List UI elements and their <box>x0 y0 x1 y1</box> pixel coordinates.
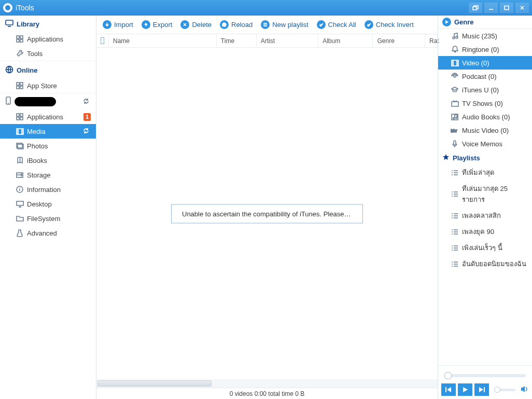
status-bar: 0 videos 0:00 total time 0 B <box>96 388 438 399</box>
main-panel: ImportExportDeleteReloadNew playlistChec… <box>96 16 438 399</box>
sidebar-item-photos[interactable]: Photos <box>0 139 96 153</box>
volume-slider[interactable] <box>494 389 515 391</box>
music-icon <box>451 32 459 40</box>
horizontal-scrollbar[interactable] <box>96 379 438 388</box>
playlist-icon <box>451 212 459 220</box>
svg-rect-19 <box>20 114 23 116</box>
svg-marker-110 <box>479 387 483 392</box>
playlist-item-label: เพิงเล่นเร็วๆ นี้ <box>462 242 502 253</box>
phone-icon <box>5 97 11 106</box>
window-maximize-button[interactable] <box>500 3 513 13</box>
column-rat[interactable]: Rat <box>425 34 438 47</box>
sync-icon[interactable] <box>82 98 91 106</box>
playlist-item-label: ทีเพิ่มล่าสุด <box>462 167 494 178</box>
bell-icon <box>451 45 459 53</box>
sidebar-item-label: Advanced <box>27 229 57 237</box>
svg-rect-2 <box>505 6 509 10</box>
app-logo-icon <box>3 3 12 12</box>
window-close-button[interactable] <box>515 3 529 13</box>
column-name[interactable]: Name <box>109 34 217 47</box>
sidebar-item-label: FileSystem <box>27 215 60 223</box>
genre-item-mic[interactable]: Voice Memos <box>438 137 532 150</box>
scrollbar-thumb[interactable] <box>97 380 212 387</box>
seek-slider[interactable] <box>444 374 526 377</box>
sidebar-device-row[interactable] <box>0 93 96 109</box>
sidebar-item-applications[interactable]: Applications1 <box>0 109 96 124</box>
sidebar-item-label: iBooks <box>27 157 47 164</box>
genre-item-audiobook[interactable]: Audio Books (0) <box>438 110 532 123</box>
sidebar-right: Genre Music (235)Ringtone (0)Video (0)Po… <box>438 16 532 399</box>
playlist-item-label: เพลงคลาสสิก <box>462 210 501 221</box>
genre-item-itunesu[interactable]: iTunes U (0) <box>438 83 532 97</box>
checkbox-icon[interactable] <box>101 37 104 44</box>
sidebar-item-information[interactable]: Information <box>0 182 96 197</box>
reload-button[interactable]: Reload <box>220 20 253 29</box>
volume-knob[interactable] <box>494 387 500 393</box>
genre-item-podcast[interactable]: Podcast (0) <box>438 70 532 83</box>
check-all-button[interactable]: Check All <box>317 20 356 29</box>
table-header: NameTimeArtistAlbumGenreRat <box>96 34 438 48</box>
check-invert-button[interactable]: Check Invert <box>365 20 414 29</box>
svg-marker-109 <box>463 387 468 392</box>
toolbar-label: Reload <box>231 21 253 29</box>
next-button[interactable] <box>474 383 489 396</box>
window-minimize-button[interactable] <box>484 3 498 13</box>
sidebar-item-tools[interactable]: Tools <box>0 46 96 61</box>
playlist-icon <box>451 244 459 252</box>
sidebar-item-ibooks[interactable]: iBooks <box>0 153 96 168</box>
prev-button[interactable] <box>441 383 456 396</box>
sidebar-item-media[interactable]: Media <box>0 124 96 139</box>
sidebar-item-advanced[interactable]: Advanced <box>0 226 96 240</box>
playlist-item[interactable]: เพลงคลาสสิก <box>438 208 532 224</box>
sidebar-item-desktop[interactable]: Desktop <box>0 197 96 211</box>
genre-item-tv[interactable]: TV Shows (0) <box>438 97 532 110</box>
window-restore-down-button[interactable] <box>469 3 482 13</box>
sidebar-item-label: Media <box>27 128 45 135</box>
svg-rect-21 <box>20 117 23 120</box>
itunesu-icon <box>451 86 459 94</box>
svg-point-103 <box>452 266 453 267</box>
genre-item-label: Video (0) <box>462 59 489 67</box>
seek-knob[interactable] <box>444 372 452 379</box>
svg-point-38 <box>19 187 20 188</box>
genre-item-bell[interactable]: Ringtone (0) <box>438 43 532 56</box>
sidebar-section-online[interactable]: Online <box>0 61 96 78</box>
column-artist[interactable]: Artist <box>257 34 319 47</box>
globe-icon <box>5 65 13 75</box>
sidebar-left: Library ApplicationsTools Online App Sto… <box>0 16 96 399</box>
volume-icon[interactable] <box>521 386 529 394</box>
sidebar-section-library[interactable]: Library <box>0 16 96 32</box>
svg-point-97 <box>452 250 453 251</box>
genre-item-film[interactable]: Video (0) <box>438 56 532 70</box>
playlist-item[interactable]: อันดับยอดนิยมของฉัน <box>438 256 532 272</box>
column-checkbox[interactable] <box>96 34 109 47</box>
sidebar-item-app-store[interactable]: App Store <box>0 78 96 93</box>
export-button[interactable]: Export <box>142 20 173 29</box>
svg-point-89 <box>452 229 453 230</box>
desktop-icon <box>16 200 24 208</box>
play-button[interactable] <box>458 383 472 396</box>
delete-button[interactable]: Delete <box>180 20 212 29</box>
genre-item-mv[interactable]: MvMusic Video (0) <box>438 123 532 137</box>
sync-icon[interactable] <box>82 127 91 135</box>
column-genre[interactable]: Genre <box>373 34 425 47</box>
storage-icon <box>16 171 24 179</box>
genre-item-label: Podcast (0) <box>462 73 496 80</box>
genre-item-music[interactable]: Music (235) <box>438 29 532 43</box>
svg-point-95 <box>452 245 453 246</box>
sidebar-item-filesystem[interactable]: FileSystem <box>0 211 96 226</box>
play-circle-icon[interactable] <box>442 18 451 26</box>
playlist-item[interactable]: เพลงยุค 90 <box>438 224 532 240</box>
new-playlist-button[interactable]: New playlist <box>261 20 308 29</box>
playlist-item[interactable]: ทีเพิ่มล่าสุด <box>438 164 532 181</box>
genre-item-label: Voice Memos <box>462 140 502 148</box>
playlist-item[interactable]: เพิงเล่นเร็วๆ นี้ <box>438 240 532 256</box>
import-button[interactable]: Import <box>103 20 133 29</box>
delete-icon <box>180 20 189 29</box>
sidebar-item-applications[interactable]: Applications <box>0 32 96 46</box>
column-album[interactable]: Album <box>318 34 373 47</box>
sidebar-item-storage[interactable]: Storage <box>0 168 96 182</box>
column-time[interactable]: Time <box>217 34 257 47</box>
check-icon <box>317 20 326 29</box>
playlist-item[interactable]: ทีเล่นมากสุด 25 รายการ <box>438 181 532 208</box>
